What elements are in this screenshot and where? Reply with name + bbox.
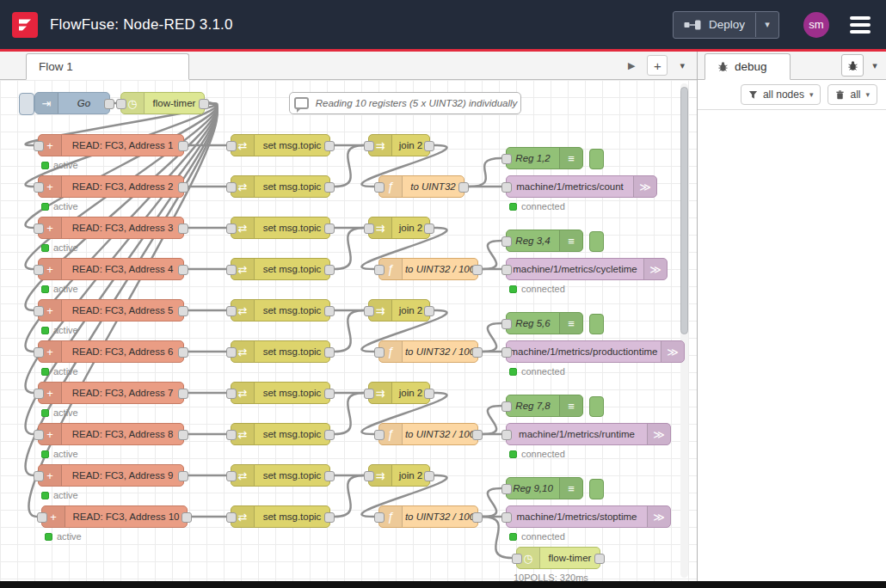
mqtt-node[interactable]: machine/1/metrics/runtime≫connected xyxy=(506,423,671,445)
user-avatar[interactable]: sm xyxy=(803,12,829,38)
output-port[interactable] xyxy=(182,512,192,523)
input-port[interactable] xyxy=(34,224,44,234)
input-port[interactable] xyxy=(364,306,374,316)
change-node[interactable]: ⇄set msg.topic xyxy=(231,423,330,445)
function-node[interactable]: ƒto UINT32 xyxy=(378,175,465,198)
output-port[interactable] xyxy=(472,512,483,523)
deploy-caret-icon[interactable]: ▾ xyxy=(756,19,778,30)
input-port[interactable] xyxy=(501,154,512,164)
wire[interactable] xyxy=(483,241,501,269)
output-port[interactable] xyxy=(178,471,188,481)
input-port[interactable] xyxy=(226,389,237,399)
output-port[interactable] xyxy=(324,471,335,481)
join-node[interactable]: ⇉join 2 xyxy=(368,134,430,156)
join-node[interactable]: ⇉join 2 xyxy=(368,464,430,487)
debug-toggle-button[interactable] xyxy=(589,149,604,169)
output-port[interactable] xyxy=(324,224,335,234)
input-port[interactable] xyxy=(116,99,126,109)
inject-button[interactable] xyxy=(19,93,34,115)
input-port[interactable] xyxy=(364,224,374,234)
wire[interactable] xyxy=(335,228,364,269)
function-node[interactable]: ƒto UINT32 / 100 xyxy=(378,423,478,445)
output-port[interactable] xyxy=(178,224,188,234)
mqtt-node[interactable]: machine/1/metrics/count≫connected xyxy=(506,175,657,198)
join-node[interactable]: ⇉join 2 xyxy=(368,299,430,322)
change-node[interactable]: ⇄set msg.topic xyxy=(231,217,330,239)
function-node[interactable]: ƒto UINT32 / 100 xyxy=(378,505,478,528)
read-node[interactable]: +READ: FC3, Address 3active xyxy=(38,217,184,239)
output-port[interactable] xyxy=(424,389,434,399)
debug-toggle-button[interactable] xyxy=(589,479,604,499)
read-node[interactable]: +READ: FC3, Address 9active xyxy=(38,464,184,487)
mqtt-node[interactable]: machine/1/metrics/productiontime≫connect… xyxy=(506,340,685,363)
input-port[interactable] xyxy=(226,265,237,275)
deploy-button[interactable]: Deploy ▾ xyxy=(673,11,779,39)
change-node[interactable]: ⇄set msg.topic xyxy=(231,505,330,528)
wire[interactable] xyxy=(469,158,501,187)
read-node[interactable]: +READ: FC3, Address 7active xyxy=(38,382,184,404)
output-port[interactable] xyxy=(324,389,335,399)
canvas-scrollbar-thumb[interactable] xyxy=(680,87,688,334)
output-port[interactable] xyxy=(424,141,434,151)
read-node[interactable]: +READ: FC3, Address 8active xyxy=(38,423,184,445)
input-port[interactable] xyxy=(374,182,385,193)
input-port[interactable] xyxy=(512,554,522,564)
input-port[interactable] xyxy=(226,224,237,234)
change-node[interactable]: ⇄set msg.topic xyxy=(231,340,330,363)
open-debug-window-button[interactable] xyxy=(841,54,864,77)
input-port[interactable] xyxy=(37,512,47,523)
tab-scroll-right-icon[interactable]: ▶ xyxy=(628,60,635,71)
output-port[interactable] xyxy=(424,224,434,234)
output-port[interactable] xyxy=(472,265,483,275)
input-port[interactable] xyxy=(364,389,374,399)
tab-debug[interactable]: debug xyxy=(704,53,791,80)
wire[interactable] xyxy=(483,323,501,352)
output-port[interactable] xyxy=(424,471,434,481)
output-port[interactable] xyxy=(178,265,188,275)
input-port[interactable] xyxy=(34,389,44,399)
comment-node[interactable]: Reading 10 registers (5 x UINT32) indivi… xyxy=(289,92,521,114)
change-node[interactable]: ⇄set msg.topic xyxy=(231,134,330,156)
input-port[interactable] xyxy=(501,512,512,523)
debug-node[interactable]: Reg 7,8≡ xyxy=(506,395,583,417)
output-port[interactable] xyxy=(324,265,335,275)
wire[interactable] xyxy=(335,475,364,517)
debug-node[interactable]: Reg 9,10≡ xyxy=(506,477,583,499)
input-port[interactable] xyxy=(226,306,237,316)
input-port[interactable] xyxy=(34,306,44,316)
input-port[interactable] xyxy=(374,347,385,358)
join-node[interactable]: ⇉join 2 xyxy=(368,382,430,404)
function-node[interactable]: ƒto UINT32 / 100 xyxy=(378,258,478,280)
input-port[interactable] xyxy=(374,430,385,440)
input-port[interactable] xyxy=(226,347,237,358)
hamburger-menu-icon[interactable] xyxy=(850,16,871,34)
change-node[interactable]: ⇄set msg.topic xyxy=(231,382,330,404)
input-port[interactable] xyxy=(501,319,512,329)
add-flow-button[interactable]: + xyxy=(647,55,668,76)
change-node[interactable]: ⇄set msg.topic xyxy=(231,175,330,198)
output-port[interactable] xyxy=(324,306,335,316)
output-port[interactable] xyxy=(178,430,188,440)
timer-node[interactable]: ◷flow-timer xyxy=(120,92,205,114)
wire[interactable] xyxy=(483,488,501,517)
output-port[interactable] xyxy=(324,347,335,358)
input-port[interactable] xyxy=(226,512,237,523)
output-port[interactable] xyxy=(324,182,335,193)
filter-nodes-dropdown[interactable]: all nodes ▾ xyxy=(741,84,821,105)
output-port[interactable] xyxy=(104,99,114,109)
input-port[interactable] xyxy=(34,265,44,275)
input-port[interactable] xyxy=(34,471,44,481)
input-port[interactable] xyxy=(374,512,385,523)
input-port[interactable] xyxy=(226,141,237,151)
function-node[interactable]: ƒto UINT32 / 100 xyxy=(378,340,478,363)
input-port[interactable] xyxy=(226,471,237,481)
debug-toggle-button[interactable] xyxy=(589,396,604,417)
output-port[interactable] xyxy=(178,389,188,399)
wire[interactable] xyxy=(335,393,364,434)
read-node[interactable]: +READ: FC3, Address 10active xyxy=(41,505,188,528)
input-port[interactable] xyxy=(34,347,44,358)
read-node[interactable]: +READ: FC3, Address 6active xyxy=(38,340,184,363)
read-node[interactable]: +READ: FC3, Address 5active xyxy=(38,299,184,322)
input-port[interactable] xyxy=(34,182,44,193)
debug-node[interactable]: Reg 3,4≡ xyxy=(506,230,583,252)
